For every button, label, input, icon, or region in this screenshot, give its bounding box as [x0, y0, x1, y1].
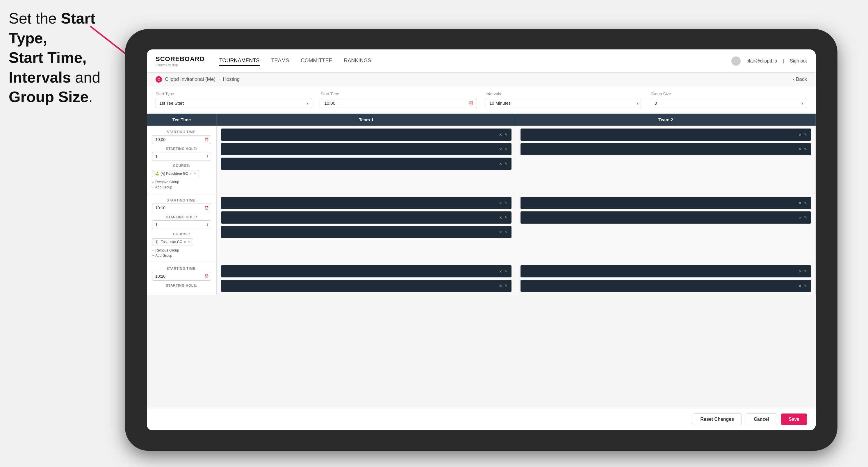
player-x-icon[interactable]: ✕ — [499, 230, 502, 235]
back-button[interactable]: Back — [793, 76, 807, 82]
player-edit-icon[interactable]: ✎ — [804, 269, 807, 273]
player-edit-icon[interactable]: ✎ — [504, 162, 507, 166]
save-button[interactable]: Save — [781, 413, 807, 425]
user-email: blair@clippd.io — [746, 58, 777, 64]
cancel-button[interactable]: Cancel — [746, 413, 777, 425]
remove-group-2[interactable]: Remove Group — [152, 248, 211, 252]
bottom-bar: Reset Changes Cancel Save — [147, 408, 816, 430]
player-edit-icon[interactable]: ✎ — [804, 133, 807, 137]
course-remove-1[interactable]: ✕ — [190, 172, 192, 176]
starting-time-input-1[interactable] — [152, 135, 211, 144]
group-size-select-wrapper: 3 — [651, 98, 807, 108]
player-edit-icon[interactable]: ✎ — [804, 147, 807, 151]
starting-hole-input-2[interactable] — [152, 220, 211, 229]
player-x-icon[interactable]: ✕ — [499, 269, 502, 274]
course-edit-2[interactable]: ✎ — [188, 240, 190, 244]
player-edit-icon[interactable]: ✎ — [504, 133, 507, 137]
th-tee-time: Tee Time — [147, 114, 217, 126]
nav-committee[interactable]: COMMITTEE — [301, 56, 332, 66]
add-group-2[interactable]: Add Group — [152, 254, 211, 258]
starting-time-input-3[interactable] — [152, 272, 211, 281]
start-type-group: Start Type 1st Tee Start — [156, 92, 312, 108]
player-x-icon[interactable]: ✕ — [499, 215, 502, 220]
course-edit-1[interactable]: ✎ — [194, 172, 196, 176]
player-row: ✕ ✎ — [221, 265, 512, 277]
player-edit-icon[interactable]: ✎ — [504, 269, 507, 273]
th-team2: Team 2 — [516, 114, 816, 126]
course-icon-1: ⛳ — [155, 172, 159, 176]
player-row: ✕ ✎ — [221, 280, 512, 292]
player-row: ✕ ✎ — [521, 128, 811, 141]
table-row: STARTING TIME: STARTING HOLE: COURSE: 🏌 … — [147, 194, 816, 262]
starting-time-input-wrapper-3 — [152, 272, 211, 281]
reset-button[interactable]: Reset Changes — [693, 413, 742, 425]
course-label-1: COURSE: — [152, 164, 211, 168]
table-content: STARTING TIME: STARTING HOLE: COURSE: ⛳ … — [147, 126, 816, 408]
starting-time-label-1: STARTING TIME: — [152, 130, 211, 134]
sign-out-link[interactable]: Sign out — [790, 58, 807, 64]
player-row: ✕ ✎ — [221, 211, 512, 224]
player-x-icon[interactable]: ✕ — [499, 147, 502, 152]
player-edit-icon[interactable]: ✎ — [804, 284, 807, 288]
player-x-icon[interactable]: ✕ — [499, 133, 502, 137]
nav-rankings[interactable]: RANKINGS — [344, 56, 371, 66]
player-x-icon[interactable]: ✕ — [799, 284, 802, 288]
table-header: Tee Time Team 1 Team 2 — [147, 114, 816, 126]
logo-sub: Powered by clipp — [156, 63, 205, 67]
player-row: ✕ ✎ — [521, 280, 811, 292]
action-links-2: Remove Group Add Group — [152, 248, 211, 258]
logo-text: SCOREBOARD — [156, 55, 205, 63]
starting-time-input-wrapper-2 — [152, 204, 211, 212]
th-team1: Team 1 — [217, 114, 516, 126]
player-edit-icon[interactable]: ✎ — [504, 284, 507, 288]
player-x-icon[interactable]: ✕ — [799, 201, 802, 205]
player-x-icon[interactable]: ✕ — [799, 133, 802, 137]
player-x-icon[interactable]: ✕ — [799, 269, 802, 274]
add-group-1[interactable]: Add Group — [152, 185, 211, 189]
player-x-icon[interactable]: ✕ — [499, 201, 502, 205]
breadcrumb: C Clippd Invitational (Me) › Hosting — [156, 76, 240, 83]
player-row: ✕ ✎ — [221, 128, 512, 141]
starting-time-label-2: STARTING TIME: — [152, 198, 211, 203]
group-2-team2: ✕ ✎ ✕ ✎ — [516, 194, 816, 262]
player-edit-icon[interactable]: ✎ — [504, 147, 507, 151]
course-label-2: COURSE: — [152, 232, 211, 236]
start-type-select[interactable]: 1st Tee Start — [156, 98, 312, 108]
section-name: Hosting — [223, 76, 240, 82]
course-remove-2[interactable]: ✕ — [184, 240, 186, 244]
course-name-2: East Lake GC — [160, 240, 182, 244]
remove-group-1[interactable]: Remove Group — [152, 180, 211, 184]
nav-teams[interactable]: TEAMS — [271, 56, 289, 66]
player-edit-icon[interactable]: ✎ — [504, 230, 507, 234]
start-time-input[interactable] — [321, 98, 477, 108]
player-x-icon[interactable]: ✕ — [799, 147, 802, 152]
player-row: ✕ ✎ — [521, 143, 811, 155]
intervals-label: Intervals — [486, 92, 642, 96]
group-3-left: STARTING TIME: STARTING HOLE: — [147, 262, 217, 295]
group-size-select[interactable]: 3 — [651, 98, 807, 108]
breadcrumb-bar: C Clippd Invitational (Me) › Hosting Bac… — [147, 73, 816, 86]
starting-hole-wrapper-1 — [152, 152, 211, 161]
tournament-name[interactable]: Clippd Invitational (Me) — [165, 76, 215, 82]
player-row: ✕ ✎ — [221, 226, 512, 238]
player-edit-icon[interactable]: ✎ — [504, 201, 507, 205]
intervals-select[interactable]: 10 Minutes — [486, 98, 642, 108]
player-x-icon[interactable]: ✕ — [499, 162, 502, 166]
table-row: STARTING TIME: STARTING HOLE: ✕ ✎ ✕ ✎ — [147, 262, 816, 295]
starting-time-input-2[interactable] — [152, 204, 211, 212]
player-x-icon[interactable]: ✕ — [799, 215, 802, 220]
intervals-group: Intervals 10 Minutes — [486, 92, 642, 108]
starting-time-label-3: STARTING TIME: — [152, 267, 211, 271]
course-tag-2: 🏌 East Lake GC ✕ ✎ — [152, 239, 193, 245]
logo-area: SCOREBOARD Powered by clipp — [156, 55, 205, 67]
nav-tournaments[interactable]: TOURNAMENTS — [219, 56, 260, 66]
player-x-icon[interactable]: ✕ — [499, 284, 502, 288]
starting-hole-input-1[interactable] — [152, 152, 211, 161]
player-edit-icon[interactable]: ✎ — [504, 215, 507, 220]
group-2-team1: ✕ ✎ ✕ ✎ ✕ ✎ — [217, 194, 516, 262]
group-2-left: STARTING TIME: STARTING HOLE: COURSE: 🏌 … — [147, 194, 217, 262]
player-edit-icon[interactable]: ✎ — [804, 201, 807, 205]
player-edit-icon[interactable]: ✎ — [804, 215, 807, 220]
group-size-label: Group Size — [651, 92, 807, 96]
controls-row: Start Type 1st Tee Start Start Time Inte… — [147, 86, 816, 114]
